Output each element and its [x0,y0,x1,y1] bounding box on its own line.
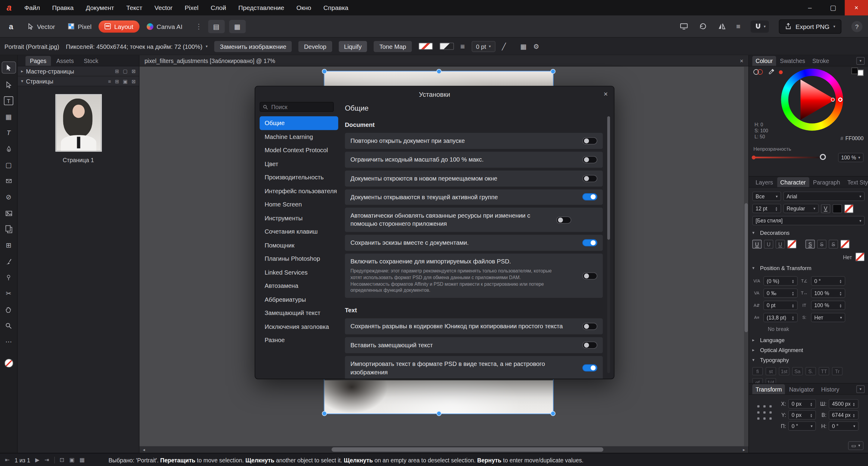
optical-alignment-header[interactable]: ▸ Optical Alignment [752,347,865,353]
ligatures-button[interactable]: fi [752,367,763,376]
grid-options-icon[interactable]: ▦ [520,42,527,50]
last-page-icon[interactable]: ⇥ [44,457,49,463]
y-field[interactable]: 0 px▲▼ [788,410,816,420]
tab-paragraph[interactable]: Paragraph [809,177,843,187]
toggle-switch[interactable] [582,175,597,182]
font-filter-select[interactable]: Все▾ [752,191,781,201]
decorations-header[interactable]: ▾ Decorations [752,230,865,236]
width-field[interactable]: 4500 px▲▼ [829,399,859,408]
x-field[interactable]: 0 px▲▼ [788,399,816,408]
underline-style-value[interactable]: Нет [843,254,852,260]
opacity-value-field[interactable]: 100 % ▾ [838,153,864,162]
stroke-style-icon[interactable]: ≡ [460,42,465,51]
font-family-select[interactable]: Arial▾ [783,191,865,201]
shape-tool[interactable]: ▢ [2,161,15,169]
pin-tool[interactable] [2,273,15,282]
strikethrough-colour-swatch[interactable] [840,240,849,248]
maximize-button[interactable]: ▢ [822,0,845,15]
scrollbar-thumb[interactable] [332,447,603,452]
pref-category[interactable]: Home Screen [259,198,338,211]
pref-category[interactable]: Замещающий текст [259,306,338,320]
toggle-switch[interactable] [582,342,597,349]
titlecase-button[interactable]: Tr [832,367,843,376]
move-tool[interactable] [2,62,15,73]
grid-icon[interactable]: ▦ [80,457,85,463]
page-name[interactable]: Страница 1 [54,157,103,163]
pages-section[interactable]: ▾ Страницы ≡ ⊞ ▣ ⊠ [18,76,139,86]
tab-stroke[interactable]: Stroke [809,56,832,66]
tab-colour[interactable]: Colour [752,56,776,66]
minimize-button[interactable]: – [798,0,822,15]
pref-category[interactable]: Сочетания клавиш [259,225,338,239]
panel-menu-icon[interactable]: ▾ [856,385,865,393]
pref-category[interactable]: Аббревиатуры [259,293,338,306]
pref-category[interactable]: Помощник [259,239,338,252]
pref-category[interactable]: Интерфейс пользователя [259,184,338,198]
frame-text-tool[interactable]: T [4,96,13,105]
vector-crop-tool[interactable]: ⊘ [2,193,15,201]
uppercase-button[interactable]: TT [818,367,829,376]
liquify-button[interactable]: Liquify [338,41,367,52]
typography-header[interactable]: ▾ Typography [752,357,865,363]
char-rotation-field[interactable]: 0 °▲▼ [811,276,845,286]
preview-icon[interactable]: ⊡ [60,457,64,463]
dialog-scrollbar[interactable] [607,116,610,373]
transform-options-button[interactable]: ▭ ▾ [848,441,864,450]
mail-merge-tool[interactable] [2,177,15,185]
next-page-icon[interactable]: ▶ [35,457,39,463]
selection-handle[interactable] [551,70,555,73]
page-icon[interactable]: ▢ [123,68,128,74]
panel-menu-icon[interactable]: ▾ [856,57,865,65]
selection-handle[interactable] [551,412,555,416]
font-size-field[interactable]: 12 pt▲▼ [752,204,781,213]
crop-tool[interactable]: ⊞ [2,241,15,250]
opacity-slider[interactable] [753,157,824,159]
pen-tool[interactable] [2,144,15,153]
menu-item[interactable]: Окно [290,0,317,15]
underline-low-button[interactable]: U [775,240,785,248]
decoration-colour-swatch[interactable] [855,253,865,261]
menu-item[interactable]: Представление [232,0,290,15]
toggle-switch[interactable] [582,323,597,330]
path-text-tool[interactable]: T [2,128,15,137]
add-page-icon[interactable]: ⊞ [115,79,119,84]
height-field[interactable]: 6744 px▲▼ [829,410,859,420]
fill-stroke-swatches[interactable] [851,67,864,77]
pref-category[interactable]: Цвет [259,157,338,170]
position-transform-header[interactable]: ▾ Position & Transform [752,265,865,271]
list-view-icon[interactable]: ≡ [108,79,111,84]
menu-item[interactable]: Слой [205,0,232,15]
baseline-field[interactable]: 0 pt▲▼ [764,301,798,310]
delete-icon[interactable]: ⊠ [131,79,135,84]
hue-marker[interactable] [838,97,843,102]
menu-item[interactable]: Документ [80,0,120,15]
brush-tool[interactable] [2,257,15,266]
kerning-field[interactable]: (0 %)▲▼ [764,276,798,286]
subscript-button[interactable]: S. [805,367,816,376]
toggle-switch[interactable] [582,137,597,144]
menu-item[interactable]: Правка [46,0,80,15]
current-colour-swatch[interactable] [4,359,13,367]
colour-wheel-mode-icon[interactable] [753,69,764,75]
close-view-icon[interactable]: × [740,57,744,64]
selection-handle[interactable] [437,412,441,416]
persona-pixel[interactable]: Pixel [62,20,97,32]
document-tab[interactable]: pixel_filters_adjustments [Заблокировано… [140,56,748,67]
opacity-thumb[interactable] [820,154,826,160]
discretionary-ligatures-button[interactable]: st [766,367,776,376]
tab-character[interactable]: Character [777,177,809,187]
pref-category[interactable]: Общие [259,116,338,130]
settings-gear-icon[interactable]: ⚙ [533,42,539,50]
tab-stock[interactable]: Stock [79,56,103,66]
strikethrough-button[interactable]: S [805,240,815,248]
pref-category[interactable]: Исключения заголовка [259,320,338,333]
add-page-icon[interactable]: ⊞ [115,68,119,74]
tab-assets[interactable]: Assets [52,56,78,66]
superscript-button[interactable]: Sa [792,367,803,376]
underline-button[interactable]: U [752,240,762,248]
pages-icon[interactable]: ▣ [123,79,128,84]
pref-category[interactable]: Model Context Protocol [259,144,338,157]
export-png-button[interactable]: Export PNG ▾ [779,19,841,33]
delete-icon[interactable]: ⊠ [131,68,135,74]
tab-layers[interactable]: Layers [752,177,776,187]
